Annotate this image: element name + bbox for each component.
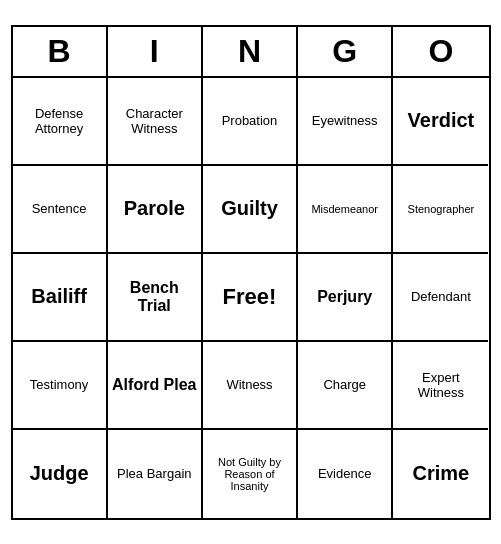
bingo-cell-23: Evidence [298, 430, 393, 518]
bingo-cell-20: Judge [13, 430, 108, 518]
bingo-cell-7: Guilty [203, 166, 298, 254]
bingo-cell-6: Parole [108, 166, 203, 254]
bingo-letter-n: N [203, 27, 298, 76]
bingo-cell-9: Stenographer [393, 166, 488, 254]
bingo-cell-5: Sentence [13, 166, 108, 254]
bingo-letter-i: I [108, 27, 203, 76]
bingo-letter-o: O [393, 27, 488, 76]
bingo-cell-11: Bench Trial [108, 254, 203, 342]
bingo-cell-12: Free! [203, 254, 298, 342]
bingo-card: BINGO Defense AttorneyCharacter WitnessP… [11, 25, 491, 520]
bingo-cell-4: Verdict [393, 78, 488, 166]
bingo-cell-15: Testimony [13, 342, 108, 430]
bingo-cell-22: Not Guilty by Reason of Insanity [203, 430, 298, 518]
bingo-cell-16: Alford Plea [108, 342, 203, 430]
bingo-grid: Defense AttorneyCharacter WitnessProbati… [13, 78, 489, 518]
bingo-cell-24: Crime [393, 430, 488, 518]
bingo-cell-21: Plea Bargain [108, 430, 203, 518]
bingo-cell-8: Misdemeanor [298, 166, 393, 254]
bingo-cell-10: Bailiff [13, 254, 108, 342]
bingo-cell-17: Witness [203, 342, 298, 430]
bingo-cell-18: Charge [298, 342, 393, 430]
bingo-cell-19: Expert Witness [393, 342, 488, 430]
bingo-letter-g: G [298, 27, 393, 76]
bingo-cell-0: Defense Attorney [13, 78, 108, 166]
bingo-cell-13: Perjury [298, 254, 393, 342]
bingo-cell-2: Probation [203, 78, 298, 166]
bingo-header: BINGO [13, 27, 489, 78]
bingo-cell-3: Eyewitness [298, 78, 393, 166]
bingo-cell-14: Defendant [393, 254, 488, 342]
bingo-cell-1: Character Witness [108, 78, 203, 166]
bingo-letter-b: B [13, 27, 108, 76]
